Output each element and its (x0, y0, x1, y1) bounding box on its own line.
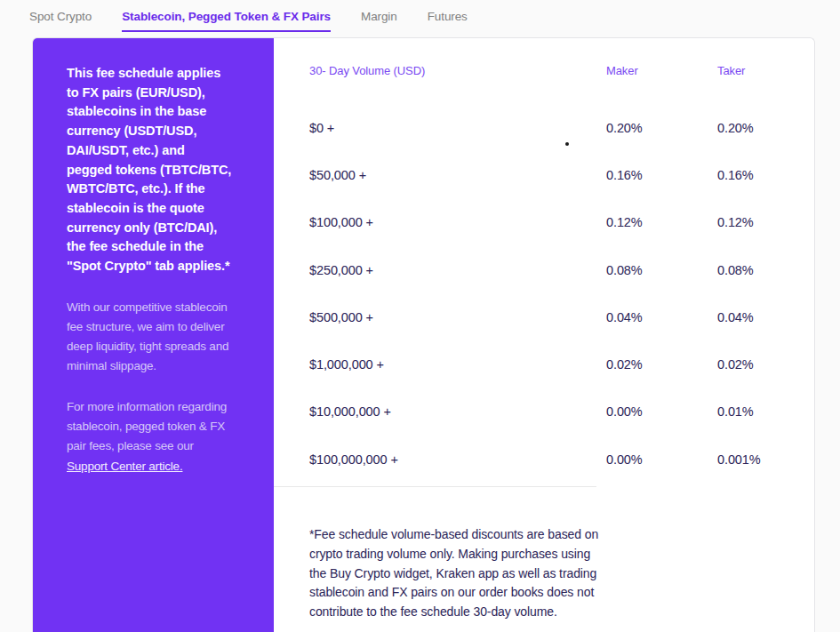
taker-cell: 0.02% (717, 357, 814, 372)
volume-cell: $100,000,000 + (309, 452, 606, 467)
cursor-dot (565, 142, 569, 146)
sidebar-more-info-text: For more information regarding stablecoi… (67, 397, 258, 456)
fee-row: $500,000 + 0.04% 0.04% (309, 293, 814, 340)
support-center-link[interactable]: Support Center article. (67, 457, 182, 476)
taker-cell: 0.001% (717, 452, 814, 467)
fee-table-header-row: 30- Day Volume (USD) Maker Taker (309, 63, 814, 77)
tab-margin[interactable]: Margin (361, 10, 397, 30)
maker-cell: 0.20% (606, 121, 717, 135)
volume-cell: $100,000 + (309, 215, 606, 229)
maker-cell: 0.12% (606, 215, 717, 229)
maker-cell: 0.00% (606, 404, 717, 419)
volume-cell: $250,000 + (309, 263, 606, 277)
fee-row: $100,000,000 + 0.00% 0.001% (309, 436, 814, 483)
volume-cell: $500,000 + (309, 310, 606, 324)
taker-cell: 0.12% (717, 215, 814, 229)
fee-row: $0 + 0.20% 0.20% (309, 104, 814, 151)
taker-cell: 0.08% (717, 263, 814, 277)
fee-table-area: 30- Day Volume (USD) Maker Taker $0 + 0.… (274, 38, 814, 632)
maker-cell: 0.02% (606, 357, 717, 372)
sidebar-intro-text: This fee schedule applies to FX pairs (E… (67, 64, 258, 276)
volume-cell: $10,000,000 + (309, 404, 606, 419)
volume-cell: $1,000,000 + (309, 357, 606, 372)
taker-cell: 0.16% (717, 168, 814, 182)
sidebar-description-text: With our competitive stablecoin fee stru… (67, 298, 258, 376)
tab-stablecoin-pegged-fx[interactable]: Stablecoin, Pegged Token & FX Pairs (122, 10, 331, 32)
taker-cell: 0.04% (717, 310, 814, 324)
fee-schedule-tabs: Spot Crypto Stablecoin, Pegged Token & F… (0, 0, 840, 37)
volume-cell: $50,000 + (309, 168, 606, 182)
taker-cell: 0.01% (717, 404, 814, 419)
fee-schedule-panel: This fee schedule applies to FX pairs (E… (32, 37, 815, 632)
fee-row: $10,000,000 + 0.00% 0.01% (309, 388, 814, 436)
volume-cell: $0 + (309, 121, 606, 135)
column-header-taker: Taker (717, 64, 814, 77)
column-header-maker: Maker (606, 64, 717, 77)
tab-spot-crypto[interactable]: Spot Crypto (29, 10, 92, 30)
fee-table-body: $0 + 0.20% 0.20% $50,000 + 0.16% 0.16% $… (309, 104, 814, 483)
taker-cell: 0.20% (717, 121, 814, 135)
table-footer-divider (274, 486, 596, 487)
column-header-volume: 30- Day Volume (USD) (309, 64, 606, 77)
info-sidebar: This fee schedule applies to FX pairs (E… (33, 38, 274, 632)
fee-row: $50,000 + 0.16% 0.16% (309, 151, 814, 198)
fee-row: $100,000 + 0.12% 0.12% (309, 199, 814, 246)
maker-cell: 0.16% (606, 168, 717, 182)
maker-cell: 0.08% (606, 263, 717, 277)
fee-row: $1,000,000 + 0.02% 0.02% (309, 340, 814, 388)
fee-footnote: *Fee schedule volume-based discounts are… (309, 525, 638, 621)
maker-cell: 0.00% (606, 452, 717, 467)
maker-cell: 0.04% (606, 310, 717, 324)
fee-row: $250,000 + 0.08% 0.08% (309, 246, 814, 293)
tab-futures[interactable]: Futures (428, 10, 468, 30)
